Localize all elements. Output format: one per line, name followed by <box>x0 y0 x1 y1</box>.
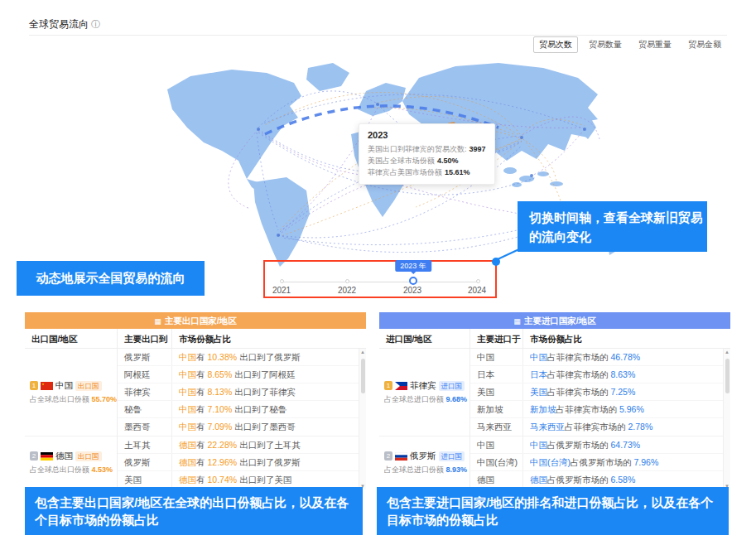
flag-philippines-icon <box>395 382 407 390</box>
import-table-body: 1 菲律宾 进口国 占全球总进口份额 9.68% 中国中国占菲律宾市场的46.7… <box>379 349 730 490</box>
flag-russia-icon <box>395 452 407 461</box>
table-row: 土耳其德国有22.28%出口到了土耳其 <box>118 436 366 454</box>
import-table: ▦主要进口国家/地区 进口国/地区 主要进口于 市场份额占比 1 菲律宾 进口国… <box>379 312 730 490</box>
country-name: 德国 <box>55 451 73 462</box>
rank-badge: 2 <box>384 451 392 461</box>
import-group-philippines: 1 菲律宾 进口国 占全球总进口份额 9.68% 中国中国占菲律宾市场的46.7… <box>379 349 730 436</box>
country-name: 中国 <box>55 380 73 392</box>
table-row: 俄罗斯德国有12.96%出口到了俄罗斯 <box>118 454 366 471</box>
table-row: 美国德国有10.74%出口到了美国 <box>118 471 366 489</box>
export-table-scrollbar[interactable]: ▲ ▼ <box>359 349 366 490</box>
export-table: ▦主要出口国家/地区 出口国/地区 主要出口到 市场份额占比 1 中国 出口国 … <box>25 312 366 490</box>
global-share: 占全球总进口份额 8.93% <box>384 465 469 475</box>
scrollbar-thumb[interactable] <box>361 359 365 393</box>
table-icon: ▦ <box>513 317 521 326</box>
flag-germany-icon <box>41 452 53 461</box>
year-label-2021[interactable]: 2021 <box>263 286 300 295</box>
metric-button-trade-amount[interactable]: 贸易金额 <box>682 36 727 53</box>
slider-tick[interactable] <box>280 279 284 283</box>
rank-badge: 1 <box>30 381 38 390</box>
year-slider-track[interactable] <box>282 282 479 282</box>
import-table-callout: 包含主要进口国家/地区的排名和进口份额占比，以及在各个目标市场的份额占比 <box>377 487 729 535</box>
import-group-russia: 2 俄罗斯 进口国 占全球总进口份额 8.93% 中国中国占俄罗斯市场的64.7… <box>379 436 730 490</box>
metric-button-trade-weight[interactable]: 贸易重量 <box>633 36 677 53</box>
country-cell: 2 俄罗斯 进口国 占全球总进口份额 8.93% <box>379 436 470 489</box>
import-table-header: 进口国/地区 主要进口于 市场份额占比 <box>379 329 730 349</box>
export-table-title: 主要出口国家/地区 <box>165 316 237 326</box>
table-row: 德国德国占俄罗斯市场的6.58% <box>470 471 730 489</box>
column-header: 进口国/地区 <box>379 329 470 348</box>
column-header: 市场份额占比 <box>523 329 730 348</box>
map-tooltip: 2023 美国出口到菲律宾的贸易次数:3997 美国占全球市场份额4.50% 菲… <box>359 123 495 185</box>
table-row: 墨西哥中国有7.09%出口到了墨西哥 <box>118 418 366 436</box>
export-table-body: 1 中国 出口国 占全球总出口份额 55.70% 俄罗斯中国有10.38%出口到… <box>25 349 366 490</box>
year-label-2023[interactable]: 2023 <box>394 286 431 295</box>
table-row: 马来西亚马来西亚占菲律宾市场的2.78% <box>470 418 730 436</box>
global-share: 占全球总进口份额 9.68% <box>384 394 469 405</box>
column-header: 主要进口于 <box>470 329 523 348</box>
import-table-title: 主要进口国家/地区 <box>524 316 596 326</box>
scroll-up-icon[interactable]: ▲ <box>725 350 730 354</box>
tooltip-line: 菲律宾占美国市场份额15.61% <box>368 166 486 178</box>
country-name: 俄罗斯 <box>410 451 436 462</box>
export-group-germany: 2 德国 出口国 占全球总出口份额 4.53% 土耳其德国有22.28%出口到了… <box>25 436 366 490</box>
map-callout-right: 切换时间轴，查看全球新旧贸易的流向变化 <box>518 201 707 252</box>
map-callout-left: 动态地展示全国贸易的流向 <box>17 261 205 296</box>
year-slider-handle[interactable] <box>409 277 417 285</box>
table-row: 新加坡新加坡占菲律宾市场的5.96% <box>470 401 730 418</box>
year-label-2024[interactable]: 2024 <box>459 286 495 295</box>
country-cell: 2 德国 出口国 占全球总出口份额 4.53% <box>25 436 118 489</box>
role-badge: 进口国 <box>439 381 465 391</box>
table-row: 中国(台湾)中国(台湾)占俄罗斯市场的7.96% <box>470 454 730 471</box>
scrollbar-thumb[interactable] <box>725 359 730 393</box>
flag-china-icon <box>41 382 53 390</box>
table-row: 菲律宾中国有8.13%出口到了菲律宾 <box>118 383 366 401</box>
country-name: 菲律宾 <box>410 380 436 392</box>
column-header: 市场份额占比 <box>172 329 366 348</box>
metric-button-trade-count[interactable]: 贸易次数 <box>533 36 578 53</box>
export-table-header: 出口国/地区 主要出口到 市场份额占比 <box>25 329 366 349</box>
export-table-callout: 包含主要出口国家/地区在全球的出口份额占比，以及在各个目标市场的份额占比 <box>25 487 363 535</box>
trade-flow-page: 全球贸易流向ⓘ 贸易次数 贸易数量 贸易重量 贸易金额 <box>0 0 756 545</box>
column-header: 出口国/地区 <box>25 329 118 348</box>
country-cell: 1 中国 出口国 占全球总出口份额 55.70% <box>25 349 118 436</box>
timeline-annotation-frame: 2023 年 2021 2022 2023 2024 <box>263 260 497 298</box>
global-share: 占全球总出口份额 55.70% <box>30 394 117 405</box>
info-icon[interactable]: ⓘ <box>91 19 100 29</box>
table-row: 中国中国占菲律宾市场的46.78% <box>470 349 730 366</box>
table-row: 俄罗斯中国有10.38%出口到了俄罗斯 <box>118 349 366 366</box>
slider-tick[interactable] <box>345 279 349 283</box>
selected-year-tooltip: 2023 年 <box>395 260 431 272</box>
table-row: 日本日本占菲律宾市场的8.63% <box>470 366 730 383</box>
country-cell: 1 菲律宾 进口国 占全球总进口份额 9.68% <box>379 349 470 436</box>
table-row: 阿根廷中国有8.65%出口到了阿根廷 <box>118 366 366 383</box>
page-header: 全球贸易流向ⓘ <box>29 17 100 31</box>
scroll-up-icon[interactable]: ▲ <box>360 350 365 354</box>
tooltip-line: 美国出口到菲律宾的贸易次数:3997 <box>368 143 486 155</box>
table-icon: ▦ <box>154 317 161 326</box>
role-badge: 出口国 <box>75 381 102 391</box>
rank-badge: 1 <box>384 381 392 390</box>
header-divider <box>29 35 727 36</box>
slider-tick[interactable] <box>476 279 480 283</box>
import-table-scrollbar[interactable]: ▲ ▼ <box>723 349 730 490</box>
metric-toolbar: 贸易次数 贸易数量 贸易重量 贸易金额 <box>533 36 727 53</box>
export-group-china: 1 中国 出口国 占全球总出口份额 55.70% 俄罗斯中国有10.38%出口到… <box>25 349 366 436</box>
page-title: 全球贸易流向 <box>29 18 89 30</box>
year-label-2022[interactable]: 2022 <box>329 286 365 295</box>
column-header: 主要出口到 <box>118 329 172 348</box>
role-badge: 进口国 <box>439 451 465 461</box>
rank-badge: 2 <box>30 451 38 461</box>
export-table-titlebar: ▦主要出口国家/地区 <box>25 312 366 329</box>
global-share: 占全球总出口份额 4.53% <box>30 465 117 475</box>
table-row: 美国美国占菲律宾市场的7.25% <box>470 383 730 401</box>
tooltip-year: 2023 <box>368 130 486 140</box>
table-row: 中国中国占俄罗斯市场的64.73% <box>470 436 730 454</box>
import-table-titlebar: ▦主要进口国家/地区 <box>379 312 730 329</box>
table-row: 秘鲁中国有7.10%出口到了秘鲁 <box>118 401 366 418</box>
tooltip-line: 美国占全球市场份额4.50% <box>368 155 486 166</box>
role-badge: 出口国 <box>75 451 102 461</box>
metric-button-trade-quantity[interactable]: 贸易数量 <box>583 36 628 53</box>
